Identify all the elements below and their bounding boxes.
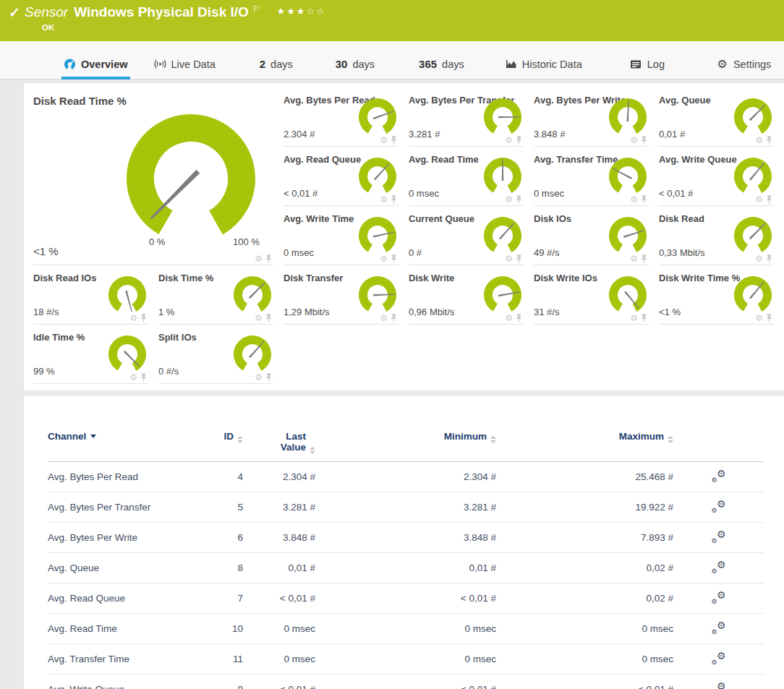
pin-icon[interactable] bbox=[641, 136, 647, 145]
gauge bbox=[733, 215, 772, 260]
gauge-cell-avg-bytes-per-read[interactable]: Avg. Bytes Per Read2.304 #⚙ bbox=[284, 87, 399, 147]
gear-icon[interactable]: ⚙ bbox=[129, 373, 137, 382]
gear-icon[interactable]: ⚙ bbox=[630, 195, 638, 204]
gauge-cell-disk-read-ios[interactable]: Disk Read IOs18 #/s⚙ bbox=[33, 265, 148, 325]
pin-icon[interactable] bbox=[516, 314, 522, 322]
pin-icon[interactable] bbox=[766, 314, 772, 322]
gear-icon[interactable]: ⚙ bbox=[380, 136, 388, 145]
gear-icon[interactable]: ⚙ bbox=[255, 373, 263, 382]
gauge-cell-avg-transfer-time[interactable]: Avg. Transfer Time0 msec⚙ bbox=[534, 147, 649, 206]
gauge-cell-current-queue[interactable]: Current Queue0 #⚙ bbox=[409, 206, 524, 265]
gear-icon[interactable]: ⚙ bbox=[755, 195, 763, 204]
gauge bbox=[358, 275, 397, 320]
channel-settings-gears-icon[interactable]: ⚙⚙ bbox=[712, 591, 726, 604]
gear-icon[interactable]: ⚙ bbox=[755, 254, 763, 263]
column-header-id[interactable]: ID bbox=[203, 428, 243, 462]
pin-icon[interactable] bbox=[641, 254, 647, 263]
pin-icon[interactable] bbox=[641, 314, 647, 322]
gear-icon[interactable]: ⚙ bbox=[630, 254, 638, 263]
channel-settings-gears-icon[interactable]: ⚙⚙ bbox=[712, 682, 726, 689]
channel-settings-gears-icon[interactable]: ⚙⚙ bbox=[712, 530, 726, 543]
gear-icon[interactable]: ⚙ bbox=[380, 195, 388, 204]
pin-icon[interactable] bbox=[391, 136, 397, 145]
channel-settings-gears-icon[interactable]: ⚙⚙ bbox=[712, 651, 726, 664]
gauge-cell-avg-read-time[interactable]: Avg. Read Time0 msec⚙ bbox=[409, 147, 524, 206]
tab-365-days[interactable]: 365days bbox=[417, 58, 466, 80]
gear-icon[interactable]: ⚙ bbox=[255, 314, 263, 322]
tab-live-data[interactable]: Live Data bbox=[152, 58, 218, 80]
gear-icon[interactable]: ⚙ bbox=[630, 314, 638, 322]
cell-last-value: 3.281 # bbox=[243, 492, 315, 523]
gauge-scale-max: 100 % bbox=[233, 236, 260, 247]
channel-settings-gears-icon[interactable]: ⚙⚙ bbox=[712, 469, 726, 482]
gear-icon[interactable]: ⚙ bbox=[505, 254, 513, 263]
cell-last-value: < 0,01 # bbox=[243, 675, 315, 689]
gauge-cell-disk-transfer[interactable]: Disk Transfer1,29 Mbit/s⚙ bbox=[284, 265, 399, 325]
gauge-cell-disk-write-time[interactable]: Disk Write Time %<1 %⚙ bbox=[659, 265, 774, 325]
gauge-cell-avg-write-time[interactable]: Avg. Write Time0 msec⚙ bbox=[284, 206, 399, 265]
gear-icon[interactable]: ⚙ bbox=[755, 314, 763, 322]
gauge-cell-idle-time[interactable]: Idle Time %99 %⚙ bbox=[33, 325, 148, 384]
tab-overview[interactable]: Overview bbox=[61, 58, 130, 80]
pin-icon[interactable] bbox=[265, 254, 272, 263]
tab-settings[interactable]: ⚙Settings bbox=[714, 58, 773, 80]
gear-icon[interactable]: ⚙ bbox=[380, 254, 388, 263]
gauge-cell-avg-read-queue[interactable]: Avg. Read Queue< 0,01 #⚙ bbox=[284, 147, 399, 206]
pin-icon[interactable] bbox=[265, 373, 272, 382]
pin-icon[interactable] bbox=[516, 254, 522, 263]
pin-icon[interactable] bbox=[516, 136, 522, 145]
flag-icon[interactable]: ⚐ bbox=[252, 4, 261, 14]
pin-icon[interactable] bbox=[766, 254, 772, 263]
pin-icon[interactable] bbox=[766, 136, 772, 145]
tab-historic-data[interactable]: Historic Data bbox=[503, 58, 584, 80]
gear-icon[interactable]: ⚙ bbox=[505, 314, 513, 322]
column-header-maximum[interactable]: Maximum bbox=[496, 428, 673, 462]
main-gauge-cell[interactable]: Disk Read Time % 0 % 100 % <1 % ⚙ bbox=[33, 87, 273, 265]
gear-icon[interactable]: ⚙ bbox=[755, 136, 763, 145]
gear-icon[interactable]: ⚙ bbox=[255, 254, 263, 263]
gear-icon[interactable]: ⚙ bbox=[129, 314, 137, 322]
column-header-last-value[interactable]: Last Value bbox=[243, 428, 315, 462]
gauge-cell-disk-ios[interactable]: Disk IOs49 #/s⚙ bbox=[534, 206, 649, 265]
pin-icon[interactable] bbox=[391, 254, 397, 263]
gauge-cell-avg-bytes-per-write[interactable]: Avg. Bytes Per Write3.848 #⚙ bbox=[534, 87, 649, 147]
gauge bbox=[233, 275, 272, 320]
channel-settings-gears-icon[interactable]: ⚙⚙ bbox=[712, 621, 726, 634]
gauge-cell-split-ios[interactable]: Split IOs0 #/s⚙ bbox=[158, 325, 273, 384]
gauge-cell-disk-read[interactable]: Disk Read0,33 Mbit/s⚙ bbox=[659, 206, 774, 265]
gauge bbox=[483, 275, 522, 320]
pin-icon[interactable] bbox=[391, 195, 397, 204]
gauge-cell-avg-queue[interactable]: Avg. Queue0,01 #⚙ bbox=[659, 87, 774, 147]
cell-minimum: 3.848 # bbox=[315, 523, 496, 553]
pin-icon[interactable] bbox=[641, 195, 647, 204]
gear-icon[interactable]: ⚙ bbox=[505, 195, 513, 204]
sort-icon bbox=[237, 436, 243, 443]
pin-icon[interactable] bbox=[391, 314, 397, 322]
tab-log[interactable]: Log bbox=[628, 58, 667, 80]
pin-icon[interactable] bbox=[140, 373, 147, 382]
gear-icon[interactable]: ⚙ bbox=[505, 136, 513, 145]
column-header-minimum[interactable]: Minimum bbox=[315, 428, 496, 462]
gauge-cell-disk-write[interactable]: Disk Write0,96 Mbit/s⚙ bbox=[409, 265, 524, 325]
gauge-cell-avg-bytes-per-transfer[interactable]: Avg. Bytes Per Transfer3.281 #⚙ bbox=[409, 87, 524, 147]
tab-2-days[interactable]: 2days bbox=[257, 58, 295, 80]
cell-id: 11 bbox=[203, 644, 243, 675]
gauge-cell-disk-write-ios[interactable]: Disk Write IOs31 #/s⚙ bbox=[534, 265, 649, 325]
pin-icon[interactable] bbox=[140, 314, 147, 322]
gauge bbox=[358, 97, 397, 142]
pin-icon[interactable] bbox=[265, 314, 272, 322]
channel-settings-gears-icon[interactable]: ⚙⚙ bbox=[712, 500, 726, 513]
gear-icon[interactable]: ⚙ bbox=[380, 314, 388, 322]
gauge-cell-disk-time[interactable]: Disk Time %1 %⚙ bbox=[158, 265, 273, 325]
cell-maximum: 0 msec bbox=[496, 614, 673, 644]
column-header-channel[interactable]: Channel bbox=[48, 428, 203, 462]
tab-30-days[interactable]: 30days bbox=[333, 58, 377, 80]
gauge-value: 3.848 # bbox=[534, 129, 565, 140]
cell-maximum: 0,02 # bbox=[496, 553, 673, 583]
gear-icon[interactable]: ⚙ bbox=[630, 136, 638, 145]
pin-icon[interactable] bbox=[516, 195, 522, 204]
gauge-cell-avg-write-queue[interactable]: Avg. Write Queue< 0,01 #⚙ bbox=[659, 147, 774, 206]
priority-stars[interactable]: ★★★☆☆ bbox=[276, 6, 325, 17]
pin-icon[interactable] bbox=[766, 195, 772, 204]
channel-settings-gears-icon[interactable]: ⚙⚙ bbox=[712, 560, 726, 573]
